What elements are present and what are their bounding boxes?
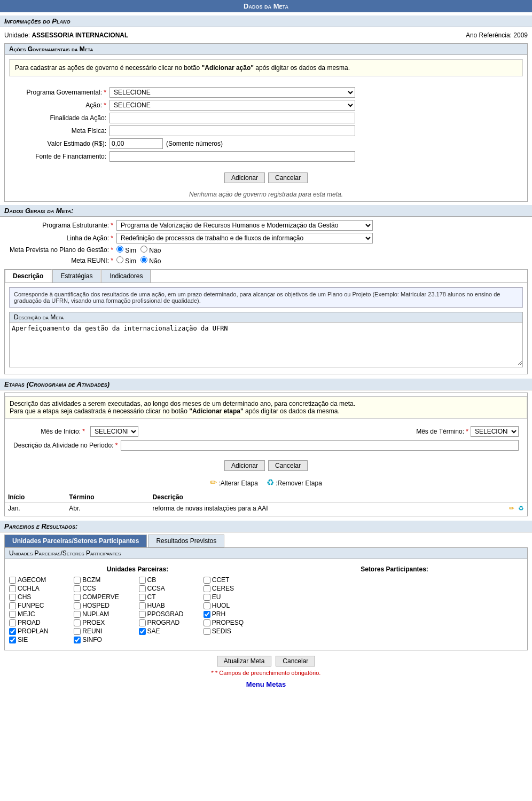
checkbox-sedis[interactable]: SEDIS [204,627,266,635]
meta-prevista-radios: Sim Não [116,246,161,254]
acao-select[interactable]: SELECIONE [109,100,355,111]
checkbox-proex[interactable]: PROEX [74,619,136,626]
checkbox-bczm[interactable]: BCZM [74,576,136,584]
checkbox-propesq[interactable]: PROPESQ [204,619,266,626]
linha-acao-label: Linha de Ação: * [4,234,116,242]
checkbox-cchla[interactable]: CCHLA [9,585,72,592]
checkbox-ccet[interactable]: CCET [204,576,266,584]
page-header: Dados da Meta [0,0,532,12]
dados-gerais-header: Dados Gerais da Meta: [0,205,532,217]
tab-indicadores[interactable]: Indicadores [101,270,151,282]
finalidade-input[interactable] [109,113,355,123]
valor-row: Valor Estimado (R$): (Somente números) [13,138,519,149]
meta-prevista-nao-radio[interactable] [140,246,147,253]
valor-hint: (Somente números) [166,140,223,147]
meta-fisica-input[interactable] [109,125,355,136]
checkbox-huol[interactable]: HUOL [204,602,266,609]
etapas-cancelar-button[interactable]: Cancelar [268,460,308,471]
ptab-unidades[interactable]: Unidades Parceiras/Setores Participantes [4,535,147,547]
checkbox-proplan[interactable]: PROPLAN [9,627,72,635]
prog-estruturante-select[interactable]: Programa de Valorização de Recursos Huma… [116,220,373,231]
checkbox-sie[interactable]: SIE [9,636,72,643]
finalidade-row: Finalidade da Ação: [13,113,519,123]
checkbox-sae[interactable]: SAE [139,627,201,635]
checkbox-cb[interactable]: CB [139,576,201,584]
mes-inicio-select[interactable]: SELECIONE [90,426,138,437]
etapas-adicionar-button[interactable]: Adicionar [224,460,265,471]
programa-label: Programa Governamental: * [13,89,109,96]
checkbox-prh[interactable]: PRH [204,610,266,618]
etapa-remove-icon[interactable]: ♻ [518,505,524,512]
checkbox-eu[interactable]: EU [204,593,266,601]
acoes-empty-msg: Nenhuma ação de governo registrada para … [5,187,527,201]
checkbox-funpec[interactable]: FUNPEC [9,602,72,609]
checkbox-ccsa[interactable]: CCSA [139,585,201,592]
checkbox-reuni[interactable]: REUNI [74,627,136,635]
etapa-action-icons[interactable]: ✏ ♻ [471,503,527,514]
descricao-atividade-input[interactable] [121,440,519,451]
mes-inicio-label: Mês de Início: * [13,428,88,435]
tabs-bar: Descrição Estratégias Indicadores [5,270,527,282]
meta-fisica-row: Meta Física: [13,125,519,136]
col-actions [471,492,527,503]
parceiros-subsection-header: Unidades Parceiras/Setores Participantes [5,548,527,559]
meta-reuni-nao-radio[interactable] [140,256,147,263]
ano-info: Ano Referência: 2009 [466,32,528,39]
checkbox-proad[interactable]: PROAD [9,619,72,626]
descricao-meta-textarea[interactable]: Aperfeiçoamento da gestão da internacion… [10,323,522,365]
tab-descricao[interactable]: Descrição [5,270,51,282]
meta-prevista-nao-label[interactable]: Não [140,246,161,254]
checkbox-prograd[interactable]: PROGRAD [139,619,201,626]
linha-acao-select[interactable]: Redefinição de processos de trabalho e d… [116,233,373,244]
checkbox-agecom[interactable]: AGECOM [9,576,72,584]
meta-prevista-sim-label[interactable]: Sim [116,246,136,254]
fonte-input[interactable] [109,151,355,162]
prog-estruturante-label: Programa Estruturante: * [4,222,116,229]
col-unidades-header: Unidades Parceiras: [9,566,266,573]
footer-cancelar-button[interactable]: Cancelar [276,656,315,666]
meta-reuni-sim-label[interactable]: Sim [116,256,136,265]
checkbox-huab[interactable]: HUAB [139,602,201,609]
acoes-adicionar-button[interactable]: Adicionar [224,172,265,183]
col-descricao: Descrição [150,492,471,503]
checkbox-pposgrad[interactable]: PPOSGRAD [139,610,201,618]
descricao-meta-header: Descrição da Meta [10,312,522,323]
edit-icon: ✏ [210,478,217,487]
parceiros-tabs: Unidades Parceiras/Setores Participantes… [4,535,528,547]
page-title: Dados da Meta [244,2,288,10]
checkbox-ceres[interactable]: CERES [204,585,266,592]
checkbox-ccs[interactable]: CCS [74,585,136,592]
atualizar-meta-button[interactable]: Atualizar Meta [217,656,272,666]
meta-reuni-row: Meta REUNI: * Sim Não [4,256,528,265]
meta-prevista-sim-radio[interactable] [116,246,123,253]
meta-reuni-sim-radio[interactable] [116,256,123,263]
checkbox-grid: AGECOM BCZM CB CCET CCHLA CCS CCSA CERES… [9,576,266,643]
valor-input[interactable] [109,138,163,149]
valor-label: Valor Estimado (R$): [13,140,109,147]
etapas-buttons: Adicionar Cancelar [5,460,527,471]
checkbox-chs[interactable]: CHS [9,593,72,601]
menu-metas-link[interactable]: Menu Metas [246,680,286,688]
meta-reuni-nao-label[interactable]: Não [140,256,161,265]
checkbox-hosped[interactable]: HOSPED [74,602,136,609]
checkbox-sinfo[interactable]: SINFO [74,636,136,643]
descricao-meta-subsection: Descrição da Meta Aperfeiçoamento da ges… [9,312,523,367]
mes-termino-select[interactable]: SELECIONE [471,426,519,437]
checkbox-mejc[interactable]: MEJC [9,610,72,618]
col-setores-header: Setores Participantes: [266,566,523,573]
tab-estrategias[interactable]: Estratégias [52,270,100,282]
etapa-descricao: reforma de novas instalações para a AAI [150,503,471,514]
acoes-header: Ações Governamentais da Meta [5,44,527,55]
checkbox-nuplam[interactable]: NUPLAM [74,610,136,618]
meta-prevista-label: Meta Prevista no Plano de Gestão: * [4,246,116,254]
etapa-edit-icon[interactable]: ✏ [509,505,514,512]
req-note: * * Campos de preenchimento obrigatório. [0,670,532,676]
checkbox-comperve[interactable]: COMPERVE [74,593,136,601]
acoes-cancelar-button[interactable]: Cancelar [268,172,308,183]
col-inicio: Início [5,492,66,503]
etapas-table: Início Término Descrição Jan. Abr. refor… [5,492,527,514]
fonte-label: Fonte de Financiamento: [13,153,109,160]
ptab-resultados[interactable]: Resultados Previstos [148,535,224,547]
checkbox-ct[interactable]: CT [139,593,201,601]
programa-select[interactable]: SELECIONE [109,87,355,98]
